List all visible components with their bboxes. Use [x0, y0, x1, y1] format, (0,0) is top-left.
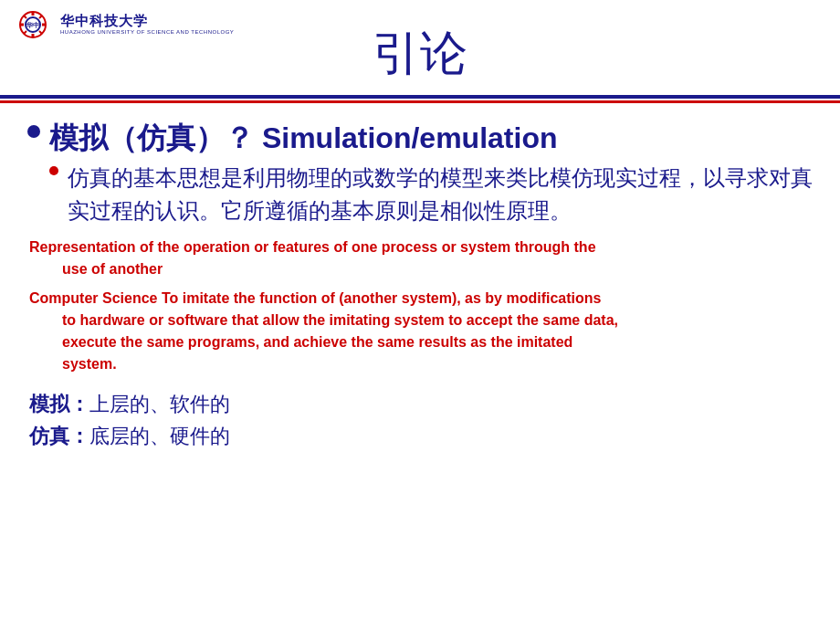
sub-bullet-text: 仿真的基本思想是利用物理的或数学的模型来类比模仿现实过程，以寻求对真实过程的认识…	[68, 162, 813, 227]
definition-2-line2: to hardware or software that allow the i…	[29, 310, 813, 331]
sub-bullet-dot	[49, 166, 58, 175]
main-bullet: 模拟（仿真）？ Simulation/emulation	[27, 120, 813, 158]
divider-blue	[0, 95, 840, 99]
logo-area: 华中 华中科技大学 HUAZHONG UNIVERSITY OF SCIENCE…	[11, 7, 234, 42]
definition-2-line4: system.	[29, 353, 813, 375]
content-area: 模拟（仿真）？ Simulation/emulation 仿真的基本思想是利用物…	[0, 103, 840, 461]
svg-text:华中: 华中	[26, 21, 39, 29]
label-val-2: 底层的、硬件的	[89, 425, 230, 447]
label-key-2: 仿真：	[29, 425, 89, 447]
logo-cn: 华中科技大学	[60, 14, 234, 29]
label-key-1: 模拟：	[29, 393, 89, 415]
bottom-label-line1: 模拟：上层的、软件的	[29, 388, 813, 420]
slide: 华中 华中科技大学 HUAZHONG UNIVERSITY OF SCIENCE…	[0, 0, 840, 630]
main-bullet-text: 模拟（仿真）？ Simulation/emulation	[49, 120, 557, 158]
logo-icon: 华中	[11, 7, 55, 42]
bottom-label-line2: 仿真：底层的、硬件的	[29, 420, 813, 452]
label-val-1: 上层的、软件的	[89, 393, 230, 415]
logo-en: HUAZHONG UNIVERSITY OF SCIENCE AND TECHN…	[60, 29, 234, 36]
main-bullet-dot	[27, 125, 40, 138]
page-title: 引论	[373, 9, 467, 93]
definition-1-line1: Representation of the operation or featu…	[29, 236, 813, 258]
divider-red	[0, 100, 840, 103]
definition-2: Computer Science To imitate the function…	[27, 288, 813, 375]
definition-2-line3: execute the same programs, and achieve t…	[29, 331, 813, 353]
bottom-labels: 模拟：上层的、软件的 仿真：底层的、硬件的	[27, 388, 813, 452]
logo-text: 华中科技大学 HUAZHONG UNIVERSITY OF SCIENCE AN…	[60, 14, 234, 35]
definition-1: Representation of the operation or featu…	[27, 236, 813, 280]
sub-section: 仿真的基本思想是利用物理的或数学的模型来类比模仿现实过程，以寻求对真实过程的认识…	[49, 162, 813, 227]
definition-2-line1: Computer Science To imitate the function…	[29, 288, 813, 310]
sub-bullet: 仿真的基本思想是利用物理的或数学的模型来类比模仿现实过程，以寻求对真实过程的认识…	[49, 162, 813, 227]
divider	[0, 95, 840, 103]
definition-1-line2: use of another	[29, 258, 813, 280]
